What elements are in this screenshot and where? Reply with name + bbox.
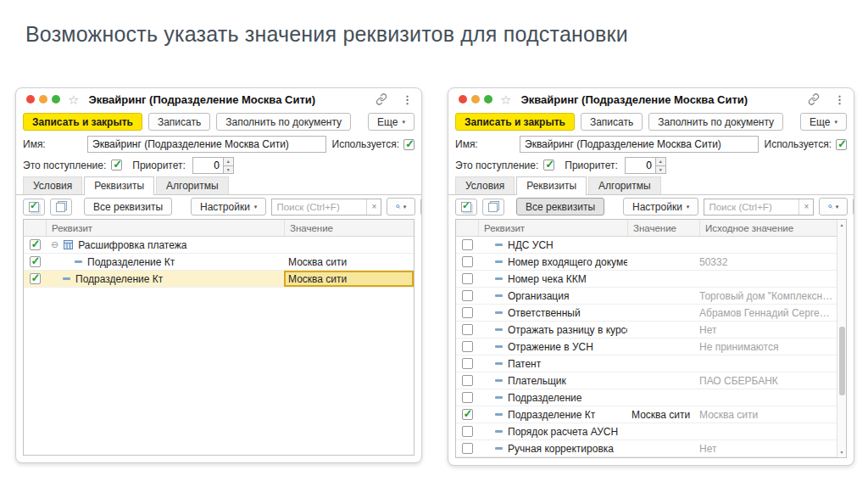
priority-input[interactable] <box>192 157 223 174</box>
row-checkbox[interactable] <box>462 392 473 403</box>
row-checkbox[interactable] <box>462 290 473 301</box>
table-row[interactable]: Отражение в УСННе принимаются <box>456 339 846 355</box>
scrollbar-thumb[interactable] <box>839 327 845 395</box>
close-icon[interactable] <box>26 95 35 104</box>
collapse-icon[interactable]: ⊖ <box>51 240 58 249</box>
column-header-value[interactable]: Значение <box>284 220 414 236</box>
value-cell[interactable] <box>627 305 699 321</box>
value-cell[interactable] <box>627 254 699 270</box>
value-cell[interactable] <box>627 389 699 406</box>
column-header-attribute[interactable]: Реквизит <box>46 220 284 236</box>
more-button[interactable]: Еще ▾ <box>800 113 847 131</box>
clear-search-icon[interactable]: × <box>798 199 813 215</box>
row-checkbox[interactable] <box>462 307 473 318</box>
table-row[interactable]: Подразделение КтМосква сити <box>24 254 414 271</box>
table-row[interactable]: Номер чека ККМ <box>456 271 846 288</box>
spin-down-icon[interactable]: ▼ <box>655 165 666 174</box>
value-cell[interactable] <box>627 423 699 439</box>
save-and-close-button[interactable]: Записать и закрыть <box>455 113 575 131</box>
table-row[interactable]: Подразделение КтМосква сити <box>24 271 414 288</box>
tab-conditions[interactable]: Условия <box>455 176 515 194</box>
table-row[interactable]: Ручная корректировкаНет <box>456 440 846 457</box>
row-checkbox[interactable] <box>462 443 473 454</box>
scroll-down-icon[interactable]: ▼ <box>837 448 846 456</box>
tab-attributes[interactable]: Реквизиты <box>84 176 154 195</box>
save-button[interactable]: Записать <box>581 113 643 131</box>
name-input[interactable] <box>520 136 759 153</box>
column-header-attribute[interactable]: Реквизит <box>478 220 627 236</box>
table-row[interactable]: ОрганизацияТорговый дом "Комплексный"… <box>456 288 846 305</box>
receipt-checkbox[interactable] <box>543 160 554 171</box>
minimize-icon[interactable] <box>471 95 480 104</box>
row-checkbox[interactable] <box>30 256 41 267</box>
table-row[interactable]: Подразделение <box>456 389 846 406</box>
table-row[interactable]: Подразделение КтМосква ситиМосква сити <box>456 406 846 423</box>
row-checkbox[interactable] <box>462 426 473 437</box>
spin-up-icon[interactable]: ▲ <box>223 157 234 165</box>
tab-attributes[interactable]: Реквизиты <box>516 176 587 195</box>
value-cell[interactable] <box>627 271 699 287</box>
search-input[interactable] <box>704 202 798 212</box>
value-cell[interactable] <box>627 440 699 456</box>
maximize-icon[interactable] <box>52 95 60 104</box>
close-icon[interactable] <box>459 95 467 104</box>
value-cell[interactable] <box>627 322 699 338</box>
row-checkbox[interactable] <box>462 375 473 386</box>
check-all-button[interactable] <box>455 199 477 216</box>
row-checkbox[interactable] <box>462 256 473 267</box>
receipt-checkbox[interactable] <box>111 160 122 171</box>
window-menu-icon[interactable]: ⋮ <box>402 93 413 106</box>
link-icon[interactable] <box>808 93 820 105</box>
priority-input[interactable] <box>625 157 655 174</box>
table-row[interactable]: Порядок расчета АУСН <box>456 423 846 440</box>
settings-button[interactable]: Настройки ▾ <box>623 198 698 216</box>
value-cell[interactable] <box>627 339 699 355</box>
row-checkbox[interactable] <box>462 358 473 369</box>
find-button[interactable]: ▾ <box>819 198 848 216</box>
vertical-scrollbar[interactable]: ▲ ▼ <box>837 220 846 457</box>
find-button[interactable]: ▾ <box>387 198 415 216</box>
link-icon[interactable] <box>376 93 387 105</box>
table-row[interactable]: ОтветственныйАбрамов Геннадий Сергеевич <box>456 305 846 322</box>
table-row[interactable]: Отражать разницу в курсе в ...Нет <box>456 322 846 339</box>
row-checkbox[interactable] <box>462 239 473 250</box>
spin-down-icon[interactable]: ▼ <box>223 165 234 174</box>
value-cell[interactable] <box>627 237 699 253</box>
search-input[interactable] <box>272 202 366 212</box>
value-cell[interactable] <box>627 372 699 389</box>
value-cell[interactable] <box>627 288 699 304</box>
list-more-button[interactable]: Еще ▾ <box>420 198 422 216</box>
value-cell[interactable] <box>284 237 414 253</box>
row-checkbox[interactable] <box>462 341 473 352</box>
row-checkbox[interactable] <box>30 273 41 284</box>
tab-algorithms[interactable]: Алгоритмы <box>588 176 661 194</box>
favorite-star-icon[interactable]: ☆ <box>68 93 79 106</box>
all-attributes-button[interactable]: Все реквизиты <box>84 198 172 216</box>
value-cell[interactable]: Москва сити <box>284 271 414 287</box>
used-checkbox[interactable] <box>403 139 415 150</box>
save-button[interactable]: Записать <box>148 113 210 131</box>
more-button[interactable]: Еще ▾ <box>368 113 415 131</box>
table-row[interactable]: НДС УСН <box>456 237 846 254</box>
scroll-up-icon[interactable]: ▲ <box>837 221 846 229</box>
clear-search-icon[interactable]: × <box>366 199 381 215</box>
table-row[interactable]: Номер входящего документа50332 <box>456 254 846 271</box>
value-cell[interactable]: Москва сити <box>284 254 414 270</box>
table-row[interactable]: ⊖Расшифровка платежа <box>24 237 414 254</box>
all-attributes-button[interactable]: Все реквизиты <box>516 198 604 216</box>
table-row[interactable]: ПлательщикПАО СБЕРБАНК <box>456 372 846 389</box>
row-checkbox[interactable] <box>462 409 473 420</box>
uncheck-all-button[interactable] <box>50 199 72 216</box>
maximize-icon[interactable] <box>484 95 492 104</box>
tab-conditions[interactable]: Условия <box>23 176 82 194</box>
save-and-close-button[interactable]: Записать и закрыть <box>23 113 142 131</box>
table-row[interactable]: Патент <box>456 355 846 372</box>
used-checkbox[interactable] <box>836 139 847 150</box>
value-cell[interactable] <box>627 355 699 372</box>
minimize-icon[interactable] <box>39 95 47 104</box>
list-more-button[interactable]: Еще ▾ <box>853 198 854 216</box>
spin-up-icon[interactable]: ▲ <box>655 157 666 165</box>
window-menu-icon[interactable]: ⋮ <box>834 93 845 106</box>
column-header-value[interactable]: Значение <box>627 220 699 236</box>
value-cell[interactable]: Москва сити <box>627 406 699 423</box>
